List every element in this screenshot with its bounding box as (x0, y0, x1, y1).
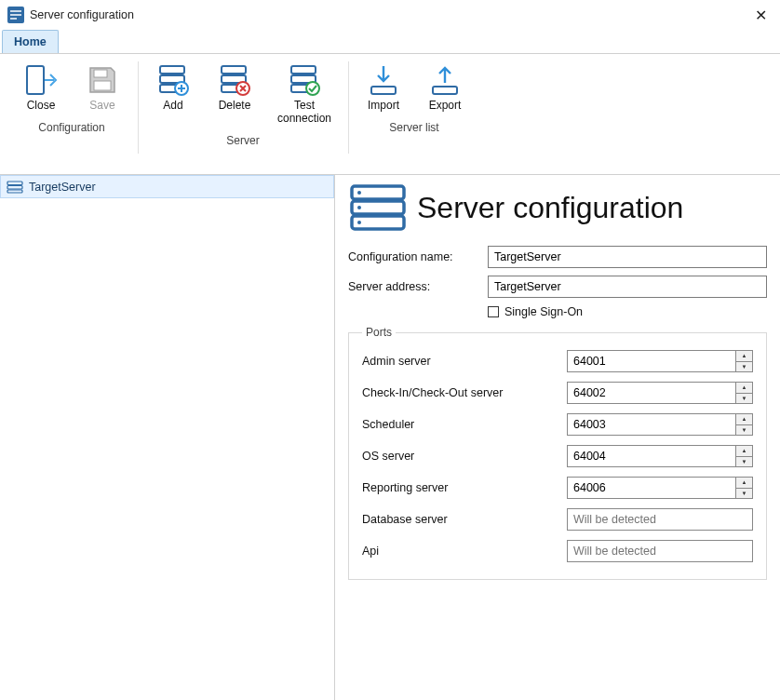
port-row: Scheduler▲▼ (362, 413, 753, 436)
port-input-wrapper: ▲▼ (567, 382, 753, 404)
delete-button[interactable]: Delete (207, 58, 262, 117)
page-title: Server configuration (417, 191, 683, 225)
group-label-configuration: Configuration (38, 117, 104, 136)
ribbon-tabs: Home (0, 30, 780, 54)
chevron-down-icon[interactable]: ▼ (736, 394, 752, 404)
svg-rect-3 (94, 81, 111, 90)
chevron-up-icon[interactable]: ▲ (736, 446, 752, 457)
app-icon (7, 7, 24, 23)
ports-legend: Ports (362, 326, 396, 339)
test-connection-label: Test connection (271, 100, 338, 126)
chevron-up-icon[interactable]: ▲ (736, 478, 752, 489)
chevron-down-icon[interactable]: ▼ (736, 425, 752, 436)
port-input-wrapper: ▲▼ (567, 445, 753, 467)
save-button: Save (74, 58, 130, 117)
close-icon[interactable]: ✕ (746, 3, 776, 28)
spinner-buttons[interactable]: ▲▼ (735, 414, 752, 435)
port-input-wrapper: ▲▼ (567, 413, 753, 436)
export-button[interactable]: Export (417, 58, 473, 117)
ribbon-group-configuration: Close Save Configuration (6, 58, 138, 174)
ribbon-group-server-list: Import Export Server list (348, 58, 480, 174)
test-connection-button[interactable]: Test connection (268, 58, 341, 130)
add-button[interactable]: Add (145, 58, 201, 117)
save-label: Save (89, 100, 114, 113)
close-label: Close (27, 100, 56, 113)
ribbon-group-server: Add Delete Test connection Server (138, 58, 348, 174)
port-input[interactable] (568, 446, 735, 466)
port-label: Reporting server (362, 481, 567, 494)
spinner-buttons[interactable]: ▲▼ (735, 383, 752, 403)
server-addr-input[interactable] (488, 276, 767, 298)
svg-point-29 (357, 221, 361, 224)
ribbon: Close Save Configuration Add (0, 54, 780, 175)
chevron-up-icon[interactable]: ▲ (736, 351, 752, 362)
port-input[interactable] (568, 414, 735, 435)
tab-home[interactable]: Home (2, 30, 59, 53)
add-label: Add (163, 100, 182, 113)
port-row: OS server▲▼ (362, 445, 753, 467)
import-label: Import (368, 100, 399, 113)
port-input (568, 509, 735, 530)
svg-rect-4 (160, 66, 184, 74)
port-label: Check-In/Check-Out server (362, 386, 567, 399)
export-icon (427, 62, 463, 98)
port-input[interactable] (568, 383, 735, 403)
export-label: Export (429, 100, 462, 113)
sso-label: Single Sign-On (504, 305, 583, 318)
details-header: Server configuration (348, 182, 767, 233)
config-name-input[interactable] (488, 246, 767, 268)
port-input[interactable] (568, 351, 735, 371)
port-row: Database server▲▼ (362, 508, 753, 531)
details-pane: Server configuration Configuration name:… (335, 175, 780, 700)
checkbox-icon (488, 306, 499, 317)
chevron-down-icon[interactable]: ▼ (736, 457, 752, 467)
port-label: Admin server (362, 355, 567, 368)
sidebar-item-label: TargetServer (29, 181, 96, 194)
port-input-wrapper: ▲▼ (567, 508, 753, 531)
chevron-down-icon[interactable]: ▼ (736, 489, 752, 499)
server-check-icon (287, 62, 322, 98)
chevron-down-icon[interactable]: ▼ (736, 362, 752, 372)
svg-rect-14 (291, 66, 316, 74)
spinner-buttons[interactable]: ▲▼ (735, 478, 752, 498)
port-row: Check-In/Check-Out server▲▼ (362, 382, 753, 404)
port-input-wrapper: ▲▼ (567, 350, 753, 372)
port-input[interactable] (568, 478, 735, 498)
server-delete-icon (217, 62, 252, 98)
import-button[interactable]: Import (356, 58, 411, 117)
server-icon (348, 182, 408, 233)
port-input-wrapper: ▲▼ (567, 477, 753, 499)
delete-label: Delete (219, 100, 251, 113)
chevron-up-icon[interactable]: ▲ (736, 414, 752, 425)
svg-rect-21 (7, 182, 22, 185)
spinner-buttons[interactable]: ▲▼ (735, 446, 752, 466)
import-icon (366, 62, 401, 98)
work-area: TargetServer Server configuration Config… (0, 175, 780, 700)
server-icon (7, 181, 23, 194)
spinner-buttons[interactable]: ▲▼ (735, 351, 752, 371)
server-addr-label: Server address: (348, 280, 478, 293)
svg-rect-9 (222, 66, 246, 74)
svg-rect-22 (7, 185, 22, 189)
port-row: Reporting server▲▼ (362, 477, 753, 499)
svg-point-28 (357, 206, 361, 209)
port-label: Scheduler (362, 418, 567, 431)
title-bar: Server configuration ✕ (0, 0, 780, 30)
port-input-wrapper: ▲▼ (567, 540, 753, 562)
svg-rect-19 (371, 87, 396, 94)
ports-fieldset: Ports Admin server▲▼Check-In/Check-Out s… (348, 326, 767, 580)
port-row: Admin server▲▼ (362, 350, 753, 372)
floppy-disk-icon (85, 62, 120, 98)
port-row: Api▲▼ (362, 540, 753, 562)
svg-rect-2 (94, 70, 107, 77)
config-name-label: Configuration name: (348, 250, 478, 263)
close-button[interactable]: Close (13, 58, 69, 117)
sidebar-item-server[interactable]: TargetServer (0, 175, 334, 198)
sso-checkbox[interactable]: Single Sign-On (488, 305, 583, 318)
server-list: TargetServer (0, 175, 335, 700)
door-exit-icon (23, 62, 59, 98)
svg-rect-1 (27, 66, 44, 94)
port-label: Database server (362, 513, 567, 526)
group-label-server: Server (226, 130, 259, 149)
chevron-up-icon[interactable]: ▲ (736, 383, 752, 394)
